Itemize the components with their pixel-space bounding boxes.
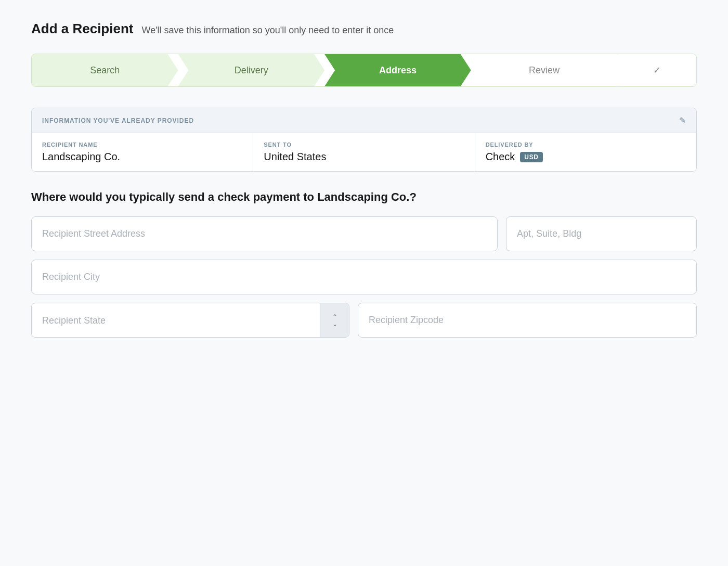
page-header: Add a Recipient We'll save this informat… (31, 21, 697, 37)
form-section: Where would you typically send a check p… (31, 190, 697, 338)
state-zip-row: Recipient State ⌃ ⌄ (31, 303, 697, 338)
recipient-name-cell: RECIPIENT NAME Landscaping Co. (32, 133, 253, 171)
arrow-up-icon: ⌃ (332, 314, 337, 320)
step-complete: ✓ (617, 54, 696, 86)
apt-suite-input[interactable] (506, 216, 697, 251)
city-row (31, 260, 697, 294)
state-select-arrow: ⌃ ⌄ (320, 303, 349, 337)
edit-icon[interactable]: ✎ (679, 115, 686, 125)
address-row (31, 216, 697, 251)
usd-badge: USD (520, 152, 542, 162)
sent-to-value: United States (264, 151, 464, 163)
progress-bar: Search Delivery Address Review ✓ (31, 54, 697, 87)
step-delivery[interactable]: Delivery (178, 54, 325, 86)
state-select-wrapper: Recipient State ⌃ ⌄ (31, 303, 349, 338)
section-question: Where would you typically send a check p… (31, 190, 697, 204)
arrow-down-icon: ⌄ (332, 321, 337, 327)
delivered-by-label: DELIVERED BY (486, 142, 686, 148)
check-icon: ✓ (653, 65, 661, 76)
sent-to-cell: SENT TO United States (253, 133, 475, 171)
recipient-name-value: Landscaping Co. (42, 151, 242, 163)
step-search[interactable]: Search (32, 54, 178, 86)
info-card-title: INFORMATION YOU'VE ALREADY PROVIDED (42, 117, 194, 124)
city-input[interactable] (31, 260, 697, 294)
page-title: Add a Recipient (31, 21, 133, 37)
step-review[interactable]: Review (471, 54, 618, 86)
info-card: INFORMATION YOU'VE ALREADY PROVIDED ✎ RE… (31, 108, 697, 172)
zipcode-input[interactable] (358, 303, 697, 338)
delivered-by-value: Check USD (486, 151, 686, 163)
info-card-body: RECIPIENT NAME Landscaping Co. SENT TO U… (32, 133, 696, 171)
page-subtitle: We'll save this information so you'll on… (141, 25, 394, 36)
recipient-name-label: RECIPIENT NAME (42, 142, 242, 148)
info-card-header: INFORMATION YOU'VE ALREADY PROVIDED ✎ (32, 108, 696, 133)
delivered-by-cell: DELIVERED BY Check USD (475, 133, 696, 171)
state-select[interactable]: Recipient State (32, 303, 320, 337)
sent-to-label: SENT TO (264, 142, 464, 148)
step-address[interactable]: Address (324, 54, 471, 86)
street-address-input[interactable] (31, 216, 498, 251)
